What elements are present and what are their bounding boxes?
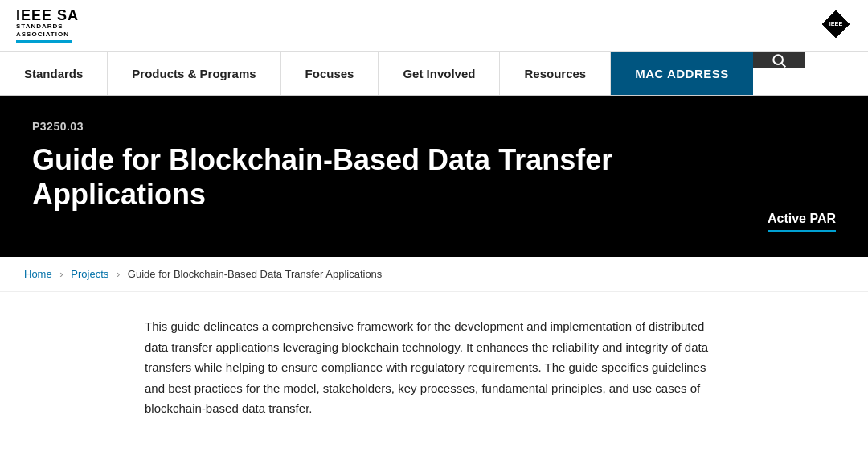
nav-item-products[interactable]: Products & Programs — [108, 52, 280, 95]
nav-search-item[interactable] — [753, 52, 805, 95]
nav-link-resources[interactable]: Resources — [500, 52, 611, 95]
ieee-logo: IEEE — [820, 8, 852, 43]
svg-point-2 — [773, 56, 783, 65]
nav-link-focuses[interactable]: Focuses — [281, 52, 379, 95]
ieee-sa-text: IEEE SA — [16, 8, 79, 23]
ieee-sa-sub-line2: ASSOCIATION — [16, 31, 79, 39]
nav-item-standards[interactable]: Standards — [0, 52, 108, 95]
main-content: This guide delineates a comprehensive fr… — [0, 292, 868, 451]
main-nav: Standards Products & Programs Focuses Ge… — [0, 52, 868, 96]
nav-link-products[interactable]: Products & Programs — [108, 52, 280, 95]
page-title: Guide for Blockchain-Based Data Transfer… — [32, 142, 675, 212]
search-icon — [771, 52, 787, 68]
breadcrumb-sep-2: › — [117, 268, 120, 280]
breadcrumb-projects[interactable]: Projects — [71, 268, 108, 280]
ieee-sa-sub-line1: STANDARDS — [16, 23, 79, 31]
nav-item-mac-address[interactable]: MAC ADDRESS — [611, 52, 753, 95]
nav-item-resources[interactable]: Resources — [500, 52, 611, 95]
svg-line-3 — [782, 64, 786, 68]
breadcrumb: Home › Projects › Guide for Blockchain-B… — [0, 257, 868, 292]
nav-item-focuses[interactable]: Focuses — [281, 52, 379, 95]
active-par-badge: Active PAR — [768, 212, 836, 232]
nav-link-standards[interactable]: Standards — [0, 52, 108, 95]
active-par-label: Active PAR — [768, 212, 836, 226]
nav-link-get-involved[interactable]: Get Involved — [379, 52, 500, 95]
site-header: IEEE SA STANDARDS ASSOCIATION IEEE — [0, 0, 868, 52]
logo-area: IEEE SA STANDARDS ASSOCIATION — [16, 8, 79, 43]
breadcrumb-sep-1: › — [59, 268, 63, 280]
active-par-underline — [768, 230, 836, 232]
project-id: P3250.03 — [32, 120, 836, 133]
hero-banner: P3250.03 Guide for Blockchain-Based Data… — [0, 96, 868, 257]
ieee-sa-logo: IEEE SA STANDARDS ASSOCIATION — [16, 8, 79, 43]
ieee-diamond-icon: IEEE — [820, 8, 852, 40]
search-button[interactable] — [753, 52, 805, 68]
description-text: This guide delineates a comprehensive fr… — [145, 316, 723, 419]
blue-accent-bar — [16, 40, 72, 43]
nav-item-get-involved[interactable]: Get Involved — [379, 52, 500, 95]
breadcrumb-current: Guide for Blockchain-Based Data Transfer… — [128, 268, 383, 280]
nav-link-mac-address[interactable]: MAC ADDRESS — [611, 52, 753, 95]
svg-text:IEEE: IEEE — [829, 20, 843, 27]
breadcrumb-home[interactable]: Home — [24, 268, 52, 280]
